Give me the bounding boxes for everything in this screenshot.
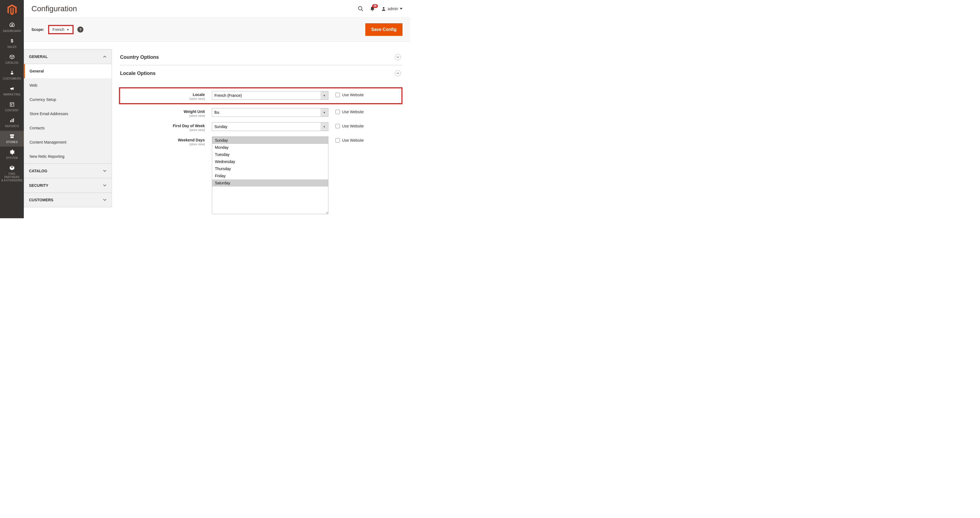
field-scope-hint: [store view] — [120, 114, 205, 117]
accordion-head-customers[interactable]: CUSTOMERS — [24, 193, 111, 207]
page-title: Configuration — [32, 4, 77, 13]
megaphone-icon — [9, 85, 15, 92]
accordion-item-content-mgmt[interactable]: Content Management — [24, 135, 111, 149]
gauge-icon — [9, 22, 15, 29]
layout-icon — [9, 101, 15, 108]
nav-label: CATALOG — [5, 61, 18, 65]
field-label: Weekend Days — [178, 138, 205, 142]
nav-sales[interactable]: $ SALES — [0, 35, 24, 51]
chevron-down-icon — [103, 169, 107, 173]
svg-rect-3 — [10, 120, 11, 122]
field-locale: Locale [store view] French (France) ▼ — [119, 87, 402, 104]
svg-rect-5 — [13, 118, 14, 122]
collapse-icon — [395, 54, 401, 60]
user-menu[interactable]: admin — [381, 6, 402, 11]
svg-point-7 — [383, 7, 385, 9]
weight-unit-select[interactable]: lbs — [212, 108, 328, 117]
chevron-down-icon — [103, 198, 107, 202]
use-website-label: Use Website — [342, 124, 364, 128]
expand-icon — [395, 70, 401, 76]
nav-label: CUSTOMERS — [3, 77, 21, 80]
nav-label: REPORTS — [5, 125, 19, 128]
accordion-item-newrelic[interactable]: New Relic Reporting — [24, 149, 111, 164]
nav-label: MARKETING — [3, 93, 20, 96]
notifications-icon[interactable]: 38 — [370, 6, 375, 12]
use-website-checkbox[interactable] — [336, 138, 340, 142]
use-website-checkbox[interactable] — [336, 110, 340, 114]
caret-down-icon — [400, 7, 402, 10]
gear-icon — [9, 149, 15, 155]
svg-point-1 — [11, 71, 13, 72]
nav-catalog[interactable]: CATALOG — [0, 51, 24, 67]
nav-partners[interactable]: FIND PARTNERS & EXTENSIONS — [0, 163, 24, 185]
accordion-item-email[interactable]: Store Email Addresses — [24, 107, 111, 121]
dollar-icon: $ — [9, 38, 15, 44]
chevron-down-icon — [103, 183, 107, 187]
accordion-item-contacts[interactable]: Contacts — [24, 121, 111, 135]
nav-content[interactable]: CONTENT — [0, 99, 24, 115]
bars-icon — [9, 117, 15, 124]
nav-label: CONTENT — [5, 109, 19, 112]
section-country-options[interactable]: Country Options — [120, 49, 402, 65]
notifications-badge: 38 — [372, 4, 378, 8]
accordion-label: CUSTOMERS — [29, 198, 53, 202]
field-scope-hint: [store view] — [120, 142, 205, 146]
nav-customers[interactable]: CUSTOMERS — [0, 67, 24, 83]
scope-value: French — [52, 27, 65, 32]
nav-stores[interactable]: STORES — [0, 131, 24, 147]
nav-label: FIND PARTNERS & EXTENSIONS — [1, 172, 23, 182]
chevron-up-icon — [103, 55, 107, 59]
nav-system[interactable]: SYSTEM — [0, 147, 24, 163]
admin-sidebar: DASHBOARD $ SALES CATALOG CUSTOMERS MARK… — [0, 0, 24, 218]
config-accordion: GENERAL General Web Currency Setup Store… — [24, 49, 112, 218]
field-scope-hint: [store view] — [120, 97, 205, 100]
accordion-head-security[interactable]: SECURITY — [24, 179, 111, 193]
accordion-item-web[interactable]: Web — [24, 78, 111, 92]
accordion-label: CATALOG — [29, 169, 47, 173]
field-label: Weight Unit — [183, 109, 205, 114]
user-name: admin — [388, 6, 398, 11]
help-icon[interactable]: ? — [77, 27, 83, 33]
section-title: Locale Options — [120, 70, 156, 76]
store-icon — [9, 133, 15, 139]
field-label: First Day of Week — [173, 124, 205, 128]
nav-dashboard[interactable]: DASHBOARD — [0, 20, 24, 35]
svg-rect-4 — [11, 119, 12, 122]
nav-label: DASHBOARD — [3, 30, 21, 33]
caret-down-icon: ▼ — [67, 28, 69, 31]
field-label: Locale — [193, 92, 205, 97]
partners-icon — [9, 165, 15, 171]
box-icon — [9, 54, 15, 60]
user-icon — [381, 6, 386, 11]
use-website-checkbox[interactable] — [336, 124, 340, 128]
person-icon — [9, 70, 15, 76]
weekend-days-select[interactable]: SundayMondayTuesdayWednesdayThursdayFrid… — [212, 137, 328, 214]
first-day-select[interactable]: Sunday — [212, 122, 328, 131]
accordion-head-general[interactable]: GENERAL — [24, 49, 111, 64]
section-locale-options[interactable]: Locale Options — [120, 65, 402, 81]
scope-select[interactable]: French ▼ — [48, 25, 73, 34]
scope-label: Scope: — [32, 27, 44, 32]
save-config-button[interactable]: Save Config — [365, 23, 402, 36]
accordion-head-catalog[interactable]: CATALOG — [24, 164, 111, 178]
magento-logo[interactable] — [0, 0, 24, 20]
svg-rect-2 — [10, 102, 14, 107]
accordion-item-general[interactable]: General — [24, 64, 111, 78]
locale-select[interactable]: French (France) — [212, 91, 328, 100]
section-title: Country Options — [120, 54, 159, 60]
accordion-label: GENERAL — [29, 54, 48, 59]
svg-point-6 — [358, 6, 362, 10]
nav-reports[interactable]: REPORTS — [0, 115, 24, 131]
use-website-checkbox[interactable] — [336, 93, 340, 97]
nav-marketing[interactable]: MARKETING — [0, 83, 24, 99]
use-website-label: Use Website — [342, 138, 364, 142]
accordion-item-currency[interactable]: Currency Setup — [24, 92, 111, 107]
field-scope-hint: [store view] — [120, 128, 205, 132]
topbar: Configuration 38 admin — [24, 0, 410, 18]
search-icon[interactable] — [358, 6, 364, 12]
nav-label: SALES — [7, 45, 17, 49]
field-weekend-days: Weekend Days [store view] SundayMondayTu… — [120, 137, 402, 214]
use-website-label: Use Website — [342, 93, 364, 97]
accordion-label: SECURITY — [29, 183, 48, 188]
nav-label: STORES — [6, 140, 18, 144]
